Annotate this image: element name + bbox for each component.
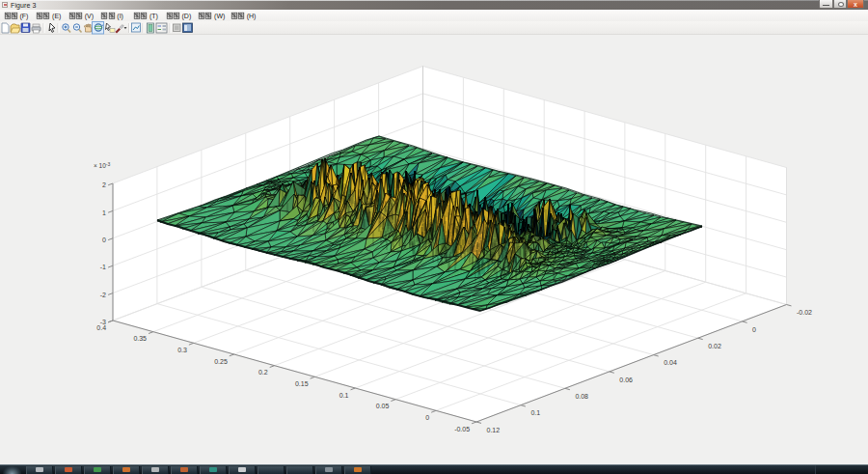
svg-text:0.1: 0.1 — [530, 409, 540, 416]
svg-text:0.02: 0.02 — [708, 343, 721, 349]
svg-text:-1: -1 — [100, 264, 106, 270]
svg-text:0.08: 0.08 — [575, 393, 588, 400]
svg-text:0.1: 0.1 — [339, 392, 349, 399]
svg-text:-0.05: -0.05 — [454, 426, 470, 432]
svg-text:0.4: 0.4 — [96, 324, 106, 331]
svg-text:0.2: 0.2 — [258, 369, 268, 376]
svg-text:(D): (D) — [182, 13, 192, 20]
svg-text:(W): (W) — [214, 13, 225, 20]
svg-text:0.12: 0.12 — [487, 427, 501, 433]
svg-text:0.05: 0.05 — [376, 403, 390, 409]
svg-text:(E): (E) — [52, 13, 61, 20]
svg-text:0.35: 0.35 — [133, 335, 147, 342]
svg-text:0: 0 — [102, 237, 106, 243]
svg-text:(V): (V) — [85, 13, 94, 20]
svg-text:0.25: 0.25 — [214, 358, 228, 365]
svg-text:0.3: 0.3 — [177, 347, 187, 353]
svg-text:0.04: 0.04 — [664, 359, 677, 366]
svg-text:0: 0 — [752, 326, 756, 333]
svg-text:(H): (H) — [247, 13, 257, 20]
svg-text:(I): (I) — [117, 13, 123, 20]
svg-text:× 10-3: × 10-3 — [94, 161, 111, 170]
svg-text:2: 2 — [102, 181, 106, 188]
svg-text:0.15: 0.15 — [295, 380, 309, 387]
svg-text:-0.02: -0.02 — [797, 309, 812, 316]
svg-text:0: 0 — [425, 414, 429, 421]
svg-text:(F): (F) — [20, 13, 29, 20]
svg-text:1: 1 — [102, 209, 106, 216]
svg-text:(T): (T) — [149, 13, 158, 20]
svg-text:0.06: 0.06 — [619, 376, 633, 383]
svg-text:-2: -2 — [100, 292, 106, 298]
